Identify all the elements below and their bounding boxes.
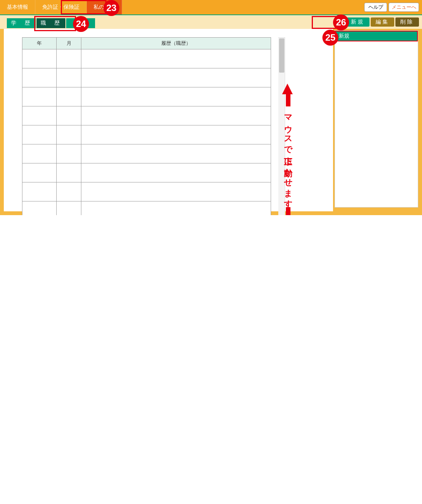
table-row[interactable]	[22, 49, 271, 68]
side-panel: 新規	[335, 30, 418, 208]
arrow-stem-bottom	[286, 207, 290, 215]
new-button[interactable]: 新規	[346, 17, 370, 27]
help-button[interactable]: ヘルプ	[364, 3, 387, 12]
main-tab-basic-info[interactable]: 基本情報	[0, 0, 35, 14]
action-buttons: 新規 編集 削除	[346, 17, 419, 27]
arrow-stem-top	[286, 94, 290, 106]
highlight-23	[61, 0, 106, 14]
edit-button[interactable]: 編集	[371, 17, 394, 27]
table-row[interactable]	[22, 163, 271, 182]
side-panel-header[interactable]: 新規	[335, 31, 418, 41]
table-row[interactable]	[22, 125, 271, 144]
scroll-thumb[interactable]	[279, 38, 284, 73]
header-buttons: ヘルプ メニューへ	[364, 3, 419, 12]
badge-24: 24	[73, 16, 89, 32]
sub-tab-education[interactable]: 学 歴	[7, 18, 36, 28]
col-header-month: 月	[57, 38, 81, 49]
col-header-history: 履歴（職歴）	[81, 38, 271, 49]
badge-23: 23	[103, 0, 119, 16]
work-history-table: 年 月 履歴（職歴）	[22, 37, 271, 215]
form-table-wrap: 年 月 履歴（職歴）	[4, 30, 278, 215]
menu-button[interactable]: メニューへ	[389, 3, 419, 12]
side-panel-body	[335, 41, 418, 197]
badge-26: 26	[333, 14, 349, 30]
table-row[interactable]	[22, 87, 271, 106]
arrow-text: マウスで上下に動かせます	[282, 109, 294, 204]
highlight-24	[34, 16, 76, 31]
table-row[interactable]	[22, 201, 271, 216]
delete-button[interactable]: 削除	[395, 17, 419, 27]
table-row[interactable]	[22, 182, 271, 201]
table-row[interactable]	[22, 144, 271, 163]
arrow-annotation: マウスで上下に動かせます	[282, 84, 294, 215]
col-header-year: 年	[22, 38, 57, 49]
arrow-up-icon	[282, 84, 293, 94]
table-row[interactable]	[22, 106, 271, 125]
badge-25: 25	[322, 30, 338, 46]
table-row[interactable]	[22, 68, 271, 87]
